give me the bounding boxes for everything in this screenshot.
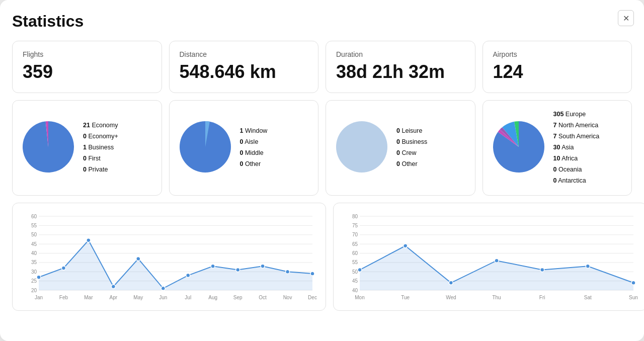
- svg-text:Jan: Jan: [35, 295, 43, 300]
- legend-item: 0 Middle: [240, 148, 268, 159]
- svg-point-71: [449, 281, 453, 285]
- weekly-chart-card: 807570656055504540 MonTueWedThuFriSatSun: [333, 203, 644, 311]
- svg-text:60: 60: [352, 250, 358, 256]
- svg-text:35: 35: [31, 260, 37, 265]
- pie-legend-reason: 0 Leisure0 Business0 Crew0 Other: [396, 126, 427, 170]
- svg-point-39: [211, 264, 215, 268]
- svg-text:50: 50: [352, 269, 358, 275]
- pie-card-class: 21 Economy0 Economy+1 Business0 First0 P…: [12, 100, 162, 196]
- pie-charts-row: 21 Economy0 Economy+1 Business0 First0 P…: [12, 100, 632, 196]
- svg-text:Sep: Sep: [233, 295, 243, 300]
- svg-point-36: [136, 257, 140, 261]
- legend-item: 30 Asia: [553, 142, 600, 153]
- pie-svg-region: [491, 119, 546, 177]
- pie-svg-reason: [334, 119, 389, 177]
- svg-text:45: 45: [31, 241, 37, 247]
- svg-point-40: [236, 268, 240, 272]
- svg-point-72: [495, 259, 499, 263]
- svg-point-37: [161, 286, 165, 290]
- svg-text:20: 20: [31, 288, 37, 293]
- svg-text:55: 55: [31, 223, 37, 228]
- pie-card-region: 305 Europe7 North America7 South America…: [482, 100, 632, 196]
- svg-text:50: 50: [31, 232, 37, 237]
- svg-point-1: [336, 121, 387, 173]
- close-button[interactable]: ✕: [618, 10, 634, 26]
- stat-label: Flights: [23, 50, 151, 58]
- stat-card-duration: Duration 38d 21h 32m: [326, 41, 475, 93]
- stat-card-distance: Distance 548.646 km: [169, 41, 319, 93]
- legend-item: 0 First: [83, 153, 118, 164]
- svg-text:Wed: Wed: [446, 295, 456, 300]
- svg-text:70: 70: [352, 232, 358, 237]
- legend-item: 7 North America: [553, 120, 600, 131]
- legend-item: 0 Leisure: [396, 126, 427, 137]
- svg-text:Feb: Feb: [59, 295, 68, 300]
- svg-text:45: 45: [352, 278, 358, 284]
- legend-item: 0 Antarctica: [553, 176, 600, 187]
- page-title: Statistics: [12, 12, 632, 31]
- stat-value: 359: [23, 61, 151, 82]
- svg-text:40: 40: [352, 288, 358, 293]
- stat-label: Distance: [180, 50, 308, 58]
- svg-text:65: 65: [352, 241, 358, 247]
- monthly-chart-card: 605550454035302520 JanFebMarAprMayJunJul…: [12, 203, 326, 311]
- stat-value: 548.646 km: [180, 61, 308, 82]
- svg-point-33: [61, 266, 65, 270]
- legend-item: 1 Window: [240, 126, 268, 137]
- svg-point-35: [111, 285, 115, 289]
- legend-item: 0 Private: [83, 164, 118, 176]
- stat-label: Airports: [493, 50, 622, 58]
- pie-legend-region: 305 Europe7 North America7 South America…: [553, 109, 600, 186]
- svg-point-70: [404, 244, 408, 248]
- legend-item: 0 Business: [396, 137, 427, 148]
- statistics-modal: ✕ Statistics Flights 359 Distance 548.64…: [0, 0, 644, 341]
- svg-text:May: May: [133, 295, 143, 300]
- legend-item: 1 Business: [83, 142, 118, 153]
- pie-legend-seat: 1 Window0 Aisle0 Middle0 Other: [240, 126, 268, 170]
- svg-point-43: [310, 272, 314, 276]
- svg-text:Fri: Fri: [539, 295, 545, 300]
- legend-item: 0 Other: [240, 159, 268, 170]
- svg-text:Dec: Dec: [308, 295, 317, 300]
- legend-item: 7 South America: [553, 131, 600, 142]
- svg-point-74: [586, 264, 590, 268]
- svg-text:40: 40: [31, 250, 37, 256]
- svg-text:Thu: Thu: [492, 295, 501, 300]
- svg-point-42: [286, 270, 290, 274]
- svg-text:75: 75: [352, 223, 358, 228]
- line-charts-row: 605550454035302520 JanFebMarAprMayJunJul…: [12, 203, 632, 311]
- svg-text:Aug: Aug: [208, 295, 217, 300]
- svg-text:80: 80: [352, 214, 358, 219]
- svg-point-75: [631, 281, 635, 285]
- stat-card-flights: Flights 359: [12, 41, 162, 93]
- svg-point-41: [261, 264, 265, 268]
- legend-item: 0 Aisle: [240, 137, 268, 148]
- svg-point-69: [358, 268, 362, 272]
- legend-item: 10 Africa: [553, 153, 600, 164]
- legend-item: 0 Oceania: [553, 164, 600, 176]
- legend-item: 0 Crew: [396, 148, 427, 159]
- svg-text:Jun: Jun: [159, 295, 167, 300]
- svg-text:55: 55: [352, 260, 358, 265]
- pie-legend-class: 21 Economy0 Economy+1 Business0 First0 P…: [83, 120, 118, 175]
- svg-point-73: [540, 268, 544, 272]
- stat-value: 38d 21h 32m: [336, 61, 465, 82]
- svg-text:Nov: Nov: [283, 295, 292, 300]
- stat-card-airports: Airports 124: [482, 41, 632, 93]
- svg-text:Mon: Mon: [355, 295, 364, 300]
- svg-text:60: 60: [31, 214, 37, 219]
- svg-text:25: 25: [31, 278, 37, 284]
- svg-text:30: 30: [31, 269, 37, 275]
- svg-text:Sun: Sun: [629, 295, 638, 300]
- svg-text:Tue: Tue: [401, 295, 410, 300]
- legend-item: 305 Europe: [553, 109, 600, 120]
- stat-value: 124: [493, 61, 622, 82]
- legend-item: 0 Other: [396, 159, 427, 170]
- svg-text:Oct: Oct: [259, 295, 267, 300]
- svg-point-34: [87, 238, 91, 242]
- svg-point-32: [37, 275, 41, 279]
- svg-text:Sat: Sat: [584, 295, 592, 300]
- svg-text:Jul: Jul: [185, 295, 191, 300]
- legend-item: 0 Economy+: [83, 131, 118, 142]
- pie-card-reason: 0 Leisure0 Business0 Crew0 Other: [326, 100, 475, 196]
